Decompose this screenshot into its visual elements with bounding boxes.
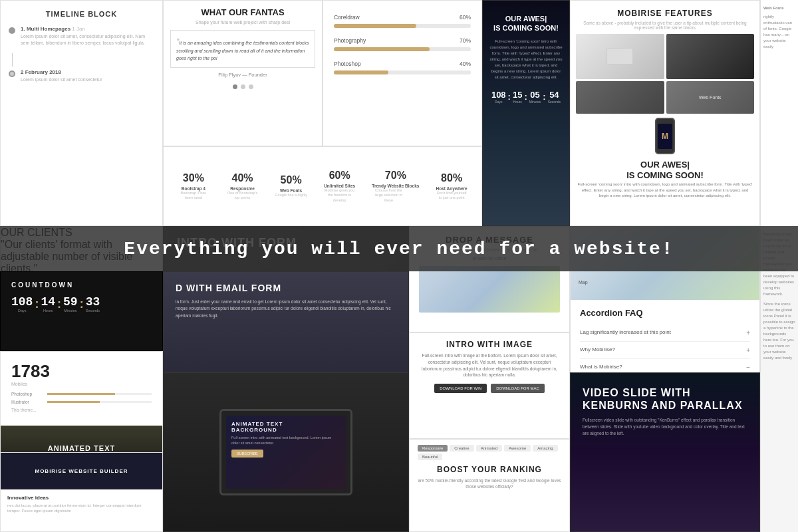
coming-soon-text: Full-screen 'coming soon' intro with cou… — [489, 39, 563, 80]
faq-q-3: What is Mobirise? − — [580, 364, 750, 371]
intro-form-body-content: D WITH EMAIL FORM la form. Just enter yo… — [164, 272, 408, 330]
tile-mobirise-features: MOBIRISE FEATURES Same as above - probab… — [570, 0, 760, 226]
stat-bootstrap-pct: 30% — [177, 172, 210, 184]
tile-coming-soon: OUR AWES|IS COMING SOON! Full-screen 'co… — [482, 0, 570, 226]
timeline-item1-label: 1. Multi Homepages 1 Jan — [21, 26, 154, 32]
skill-photoshop: Photoshop 40% — [334, 61, 471, 74]
animated-text-content: 1783 Mobiles Photoshop Illustrator This … — [1, 352, 162, 426]
boost-title: BOOST YOUR RANKING — [418, 465, 561, 474]
right-strip-text: Web Fonts rightly enthusiastic use of fo… — [761, 0, 798, 55]
theme-label: This theme... — [11, 408, 152, 412]
countdown-timer: 108 Days : 14 Hours : 59 Minutes : 33 Se… — [11, 295, 152, 313]
tab-animated[interactable]: Animated — [476, 445, 502, 452]
skill-photography-fill — [334, 47, 430, 51]
tab-awesome[interactable]: Awesome — [504, 445, 531, 452]
skills-container: Coreldraw 60% Photography 70% Photosho — [323, 1, 481, 97]
skill-photoshop-label: Photoshop — [334, 61, 361, 67]
tile-video-slide: VIDEO SLIDE WITH KENBURNS AND PARALLAX F… — [570, 372, 760, 532]
animated-number: 1783 — [11, 361, 152, 382]
faq-title: Accordion FAQ — [580, 308, 750, 318]
stat-unlimited: 60% Unlimited Sites Mobirise gives you t… — [323, 170, 356, 202]
tile-mobirise-builder: MOBIRISE WEBSITE BUILDER Innovative idea… — [0, 452, 163, 532]
dot-2 — [241, 84, 245, 89]
banner-text: Everything you will ever need for a webs… — [124, 239, 674, 259]
timeline-item1-text: Lorem ipsum dolor sit amet, consectetur … — [21, 33, 154, 47]
fantas-header: WHAT OUR FANTAS — [164, 1, 322, 20]
mobirise-phone: M — [655, 118, 675, 154]
intro-image-text: Full-screen intro with image at the bott… — [418, 352, 561, 378]
download-win-btn[interactable]: DOWNLOAD FOR WIN — [434, 384, 487, 393]
tile-right-strip: Web Fonts rightly enthusiastic use of fo… — [760, 0, 798, 226]
right-strip-body: rightly enthusiastic use of fonts. Googl… — [763, 14, 795, 50]
mobirise-img-3 — [576, 81, 664, 114]
mobirise-coming-text: Full-screen 'coming soon' intro with cou… — [571, 182, 759, 198]
stat-webfonts: 50% Web Fonts Google has a highly — [275, 174, 307, 198]
fantas-author: Filip Flyuv — Founder — [164, 72, 322, 78]
faq-q-1: Lag significantly increased at this poin… — [580, 329, 750, 336]
intro-image-title: INTRO WITH IMAGE — [418, 340, 561, 349]
tile-laptop-dark: ANIMATED TEXTBACKGROUND Full-screen intr… — [163, 372, 409, 532]
cd-sep3: : — [80, 297, 84, 311]
cd-seconds: 33 Seconds — [86, 295, 100, 313]
boost-tabs: Responsive Creative Animated Awesome Ama… — [418, 445, 561, 460]
stat-bootstrap-label: Bootstrap 4 — [177, 186, 210, 191]
tile-skills: Coreldraw 60% Photography 70% Photosho — [323, 0, 482, 146]
skill-photoshop-bg — [334, 70, 471, 74]
fantas-sub: Shape your future web project with sharp… — [164, 20, 322, 25]
download-mac-btn[interactable]: DOWNLOAD FOR MAC — [491, 384, 545, 393]
countdown-content: COUNTDOWN 108 Days : 14 Hours : 59 Minut… — [1, 272, 162, 322]
tile-boost-ranking: Responsive Creative Animated Awesome Ama… — [409, 439, 570, 532]
video-slide-title: VIDEO SLIDE WITH KENBURNS AND PARALLAX — [583, 386, 747, 412]
laptop-dark-content: ANIMATED TEXTBACKGROUND Full-screen intr… — [164, 373, 408, 531]
mobirise-coming-soon: OUR AWES|IS COMING SOON! — [571, 157, 759, 182]
builder-title: MOBIRISE WEBSITE BUILDER — [35, 468, 128, 474]
stat-bootstrap-desc: Bootstrap 4 has been rated — [177, 191, 210, 200]
skill-ai-label: Illustrator — [11, 400, 45, 404]
tab-beautiful[interactable]: Beautiful — [418, 454, 442, 460]
skill-photoshop-fill — [334, 70, 388, 74]
intro-image-content: INTRO WITH IMAGE Full-screen intro with … — [410, 333, 569, 400]
tile-timeline: TIMELINE BLOCK 1. Multi Homepages 1 Jan … — [0, 0, 163, 226]
skill-coreldraw-pct: 60% — [460, 14, 471, 21]
video-slide-content: VIDEO SLIDE WITH KENBURNS AND PARALLAX F… — [571, 373, 759, 450]
stat-bootstrap: 30% Bootstrap 4 Bootstrap 4 has been rat… — [177, 172, 210, 200]
skill-photography-label: Photography — [334, 37, 366, 44]
tab-amazing[interactable]: Amazing — [533, 445, 557, 452]
skill-ps-label: Photoshop — [11, 392, 45, 396]
mobirise-img-2 — [666, 34, 755, 79]
timeline-item2-text: Lorem ipsum dolor sit amet consectetur — [21, 76, 102, 83]
faq-q-2: Why Mobirise? + — [580, 346, 750, 354]
laptop-screen: ANIMATED TEXTBACKGROUND Full-screen intr… — [219, 409, 352, 495]
tab-creative[interactable]: Creative — [450, 445, 473, 452]
mobirise-img-4: Web Fonts — [666, 81, 755, 114]
skill-illustrator-row: Illustrator — [11, 400, 152, 404]
timeline-dot-1 — [9, 27, 15, 34]
cd-hours: 14 Hours — [41, 295, 55, 313]
builder-header: MOBIRISE WEBSITE BUILDER — [1, 453, 162, 489]
skill-photoshop-pct: 40% — [460, 61, 471, 67]
dot-3 — [249, 84, 253, 89]
cd-days: 108 Days — [11, 295, 33, 313]
tile-stats-row: 30% Bootstrap 4 Bootstrap 4 has been rat… — [163, 146, 482, 226]
drop-map — [419, 266, 560, 313]
skill-coreldraw-fill — [334, 24, 416, 28]
cd-sep1: : — [35, 297, 39, 311]
coming-countdown: 108 Days : 15 Hours : 05 Minutes : 54 Se… — [489, 90, 563, 104]
countdown-title: COUNTDOWN — [11, 281, 152, 289]
stat-host: 80% Host Anywhere Don't limit yourself t… — [435, 172, 468, 200]
video-slide-text: Fullscreen video slide with outstanding … — [583, 417, 747, 436]
faq-item-1[interactable]: Lag significantly increased at this poin… — [580, 325, 750, 342]
tile-intro-image: INTRO WITH IMAGE Full-screen intro with … — [409, 332, 570, 439]
stat-trendy: 70% Trendy Website Blocks Choose from th… — [372, 170, 419, 202]
laptop-screen-inner: ANIMATED TEXTBACKGROUND Full-screen intr… — [226, 416, 346, 489]
timeline-item2-label: 2 February 2018 — [21, 69, 102, 75]
skill-ai-bar-bg — [47, 401, 152, 403]
builder-body: Innovative ideas nec dui lacus, placerat… — [1, 489, 162, 519]
tab-responsive[interactable]: Responsive — [418, 445, 448, 452]
mobirise-features-header: MOBIRISE FEATURES — [571, 1, 759, 21]
laptop-subscribe: SUBSCRIBE — [231, 450, 263, 458]
tile-intro-form-body: D WITH EMAIL FORM la form. Just enter yo… — [163, 271, 409, 372]
faq-item-2[interactable]: Why Mobirise? + — [580, 342, 750, 359]
skill-photography: Photography 70% — [334, 37, 471, 51]
skill-coreldraw-label: Coreldraw — [334, 14, 360, 21]
